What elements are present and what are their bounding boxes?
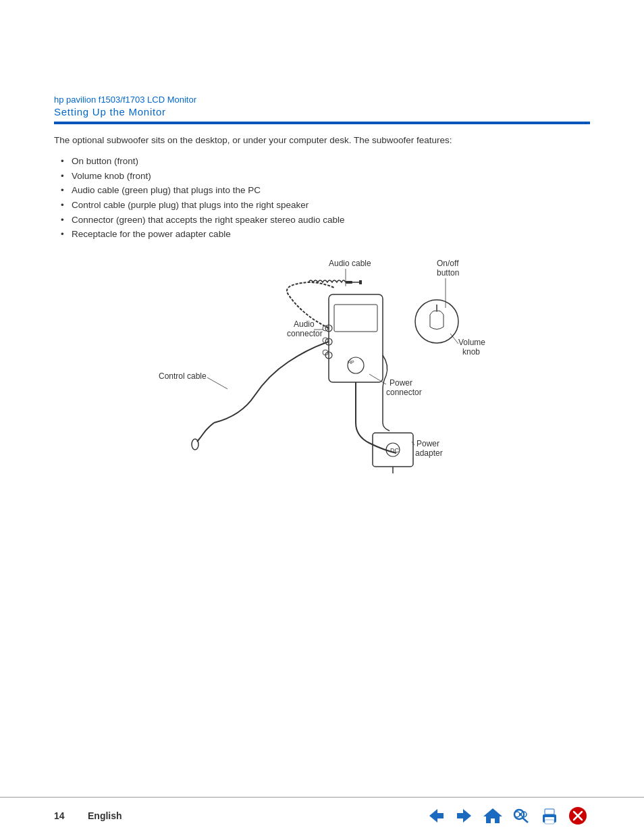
control-cable-label: Control cable [159,371,207,381]
svg-rect-37 [519,813,522,816]
svg-rect-15 [346,281,352,284]
nav-print-button[interactable] [537,806,562,826]
onoff-label: On/off [437,259,459,268]
svg-point-18 [192,439,198,450]
product-title[interactable]: hp pavilion f1503/f1703 LCD Monitor [54,95,590,105]
doc-header: hp pavilion f1503/f1703 LCD Monitor Sett… [54,95,590,118]
list-item: Receptacle for the power adapter cable [61,227,590,242]
volume-knob-label: Volume [458,338,485,347]
svg-text:connector: connector [386,388,422,397]
svg-line-34 [522,818,528,823]
svg-text:connector: connector [287,329,323,338]
nav-search-button[interactable] [509,806,533,826]
svg-text:button: button [437,268,459,278]
page-footer: 14 English [0,797,644,834]
svg-marker-30 [463,809,471,823]
list-item: Control cable (purple plug) that plugs i… [61,198,590,213]
list-item: Connector (green) that accepts the right… [61,213,590,228]
svg-rect-31 [457,813,464,818]
nav-close-button[interactable] [566,806,590,826]
audio-cable-label: Audio cable [329,259,371,268]
power-adapter-label: Power [417,439,439,448]
diagram-area: Audio cable On/off button HP [54,254,590,477]
svg-marker-28 [429,809,437,823]
svg-text:knob: knob [462,347,480,357]
diagram-container: Audio cable On/off button HP [146,254,498,477]
page-container: hp pavilion f1503/f1703 LCD Monitor Sett… [0,0,644,834]
page-number: 14 [54,810,74,821]
power-connector-label: Power [390,378,412,388]
subwoofer-body [329,294,383,382]
list-item: Volume knob (front) [61,169,590,184]
svg-rect-41 [545,809,554,814]
svg-text:DC: DC [390,447,399,454]
section-title: Setting Up the Monitor [54,106,590,118]
svg-marker-32 [483,808,502,823]
main-content: hp pavilion f1503/f1703 LCD Monitor Sett… [0,0,644,797]
list-item: Audio cable (green plug) that plugs into… [61,183,590,198]
features-list: On button (front) Volume knob (front) Au… [54,154,590,242]
svg-rect-17 [359,280,362,284]
list-item: On button (front) [61,154,590,169]
nav-forward-button[interactable] [452,806,477,826]
language-label: English [88,810,410,821]
blue-rule [54,122,590,124]
audio-connector-label: Audio [294,319,315,329]
svg-rect-3 [334,305,377,332]
svg-text:HP: HP [348,360,354,365]
svg-line-13 [450,334,458,344]
nav-home-button[interactable] [481,806,505,826]
intro-paragraph: The optional subwoofer sits on the deskt… [54,134,590,147]
footer-nav [424,806,590,826]
svg-rect-29 [437,813,444,818]
svg-text:adapter: adapter [415,448,443,458]
diagram-svg: Audio cable On/off button HP [146,254,498,477]
svg-rect-42 [545,820,554,824]
svg-line-14 [207,377,227,389]
nav-back-button[interactable] [424,806,448,826]
